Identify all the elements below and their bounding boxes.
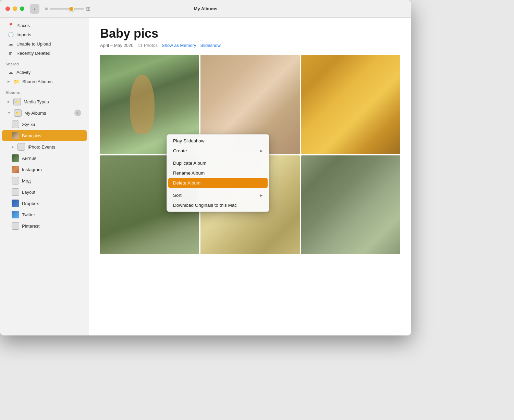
- chevron-iphoto-icon: ▶: [12, 145, 14, 149]
- shared-albums-icon: 📁: [13, 79, 20, 84]
- trash-icon: 🗑: [8, 50, 14, 56]
- sidebar-item-layout[interactable]: Layout: [2, 187, 87, 198]
- content-area: Baby pics April – May 2020 11 Photos Sho…: [89, 18, 411, 335]
- titlebar: ‹ ⊞ ⊞ My Albums: [0, 0, 411, 18]
- sidebar-label-iphoto-events: iPhoto Events: [28, 144, 55, 150]
- sidebar-label-dropbox: Dropbox: [22, 201, 39, 206]
- sidebar-item-instagram[interactable]: Instagram: [2, 164, 87, 175]
- slideshow-link[interactable]: Slideshow: [200, 43, 221, 48]
- context-rename-album[interactable]: Rename Album: [168, 168, 268, 178]
- sidebar-label-baby-pics: Baby pics: [22, 133, 41, 138]
- back-button[interactable]: ‹: [30, 4, 39, 14]
- sidebar-label-shared-albums: Shared Albums: [22, 79, 52, 84]
- sidebar-item-imports[interactable]: 🕐 Imports: [2, 30, 87, 39]
- context-create-label: Create: [173, 148, 187, 153]
- chevron-right-media-icon: ▶: [8, 100, 10, 103]
- sidebar-item-unable-to-upload[interactable]: ☁ Unable to Upload: [2, 39, 87, 48]
- context-play-slideshow[interactable]: Play Slideshow: [168, 136, 268, 146]
- sidebar-label-instagram: Instagram: [22, 167, 42, 172]
- sidebar-label-my-albums: My Albums: [24, 111, 46, 116]
- sidebar-label-england: Англия: [22, 156, 36, 161]
- app-body: 📍 Places 🕐 Imports ☁ Unable to Upload 🗑 …: [0, 18, 411, 335]
- layout-thumb: [12, 188, 19, 196]
- sidebar-item-iphoto-events[interactable]: ▶ iPhoto Events: [2, 141, 87, 152]
- show-as-memory-link[interactable]: Show as Memory: [162, 43, 196, 48]
- context-delete-label: Delete Album: [173, 180, 200, 186]
- zhuchki-thumb: [12, 120, 19, 128]
- zoom-slider-thumb[interactable]: [69, 6, 74, 12]
- zoom-slider[interactable]: [50, 8, 84, 10]
- chevron-down-my-albums-icon: ▼: [8, 111, 11, 115]
- sidebar-label-layout: Layout: [22, 190, 35, 195]
- sidebar-item-zhuchki[interactable]: Жучки: [2, 119, 87, 130]
- places-icon: 📍: [8, 23, 14, 28]
- sidebar-label-places: Places: [16, 23, 30, 28]
- photo-3[interactable]: [301, 55, 400, 154]
- add-album-button[interactable]: +: [74, 110, 81, 116]
- photo-count: 11 Photos: [138, 43, 158, 48]
- context-play-slideshow-label: Play Slideshow: [173, 138, 205, 143]
- iphoto-events-thumb: [17, 143, 25, 151]
- mod-thumb: [12, 177, 19, 184]
- sidebar-label-activity: Activity: [16, 70, 30, 75]
- sidebar-label-mod: Мод: [22, 178, 31, 183]
- sidebar-item-activity[interactable]: ☁ Activity: [2, 68, 87, 77]
- sidebar-item-dropbox[interactable]: Dropbox: [2, 198, 87, 209]
- imports-icon: 🕐: [8, 32, 14, 37]
- twitter-thumb: [12, 211, 19, 218]
- sidebar-item-places[interactable]: 📍 Places: [2, 21, 87, 30]
- fullscreen-button[interactable]: [20, 7, 24, 11]
- sidebar-label-pinterest: Pinterest: [22, 224, 39, 229]
- sidebar-label-media-types: Media Types: [24, 99, 49, 104]
- context-download-label: Download Originals to this Mac: [173, 203, 237, 208]
- sidebar: 📍 Places 🕐 Imports ☁ Unable to Upload 🗑 …: [0, 18, 89, 335]
- sidebar-item-recently-deleted[interactable]: 🗑 Recently Deleted: [2, 49, 87, 58]
- sidebar-item-twitter[interactable]: Twitter: [2, 209, 87, 220]
- content-meta: April – May 2020 11 Photos Show as Memor…: [100, 43, 400, 48]
- cloud-icon: ☁: [8, 41, 14, 47]
- minimize-button[interactable]: [13, 7, 17, 11]
- sidebar-item-pinterest[interactable]: Pinterest: [2, 220, 87, 231]
- my-albums-thumb: 📁: [14, 109, 22, 117]
- sidebar-label-zhuchki: Жучки: [22, 122, 35, 127]
- albums-section-label: Albums: [0, 86, 89, 96]
- sidebar-item-england[interactable]: Англия: [2, 153, 87, 164]
- context-duplicate-label: Duplicate Album: [173, 161, 207, 166]
- media-types-thumb: 📁: [13, 98, 21, 105]
- context-delete-album[interactable]: Delete Album: [168, 178, 268, 188]
- sidebar-label-recently-deleted: Recently Deleted: [16, 51, 50, 56]
- album-title: Baby pics: [100, 26, 400, 41]
- instagram-thumb: [12, 166, 19, 173]
- window-title: My Albums: [194, 6, 218, 11]
- photo-6[interactable]: [301, 155, 400, 254]
- england-thumb: [12, 154, 19, 162]
- context-create[interactable]: Create ▶: [168, 146, 268, 156]
- dropbox-thumb: [12, 200, 19, 207]
- sidebar-label-unable-to-upload: Unable to Upload: [16, 41, 51, 47]
- content-header: Baby pics April – May 2020 11 Photos Sho…: [89, 18, 411, 52]
- context-duplicate-album[interactable]: Duplicate Album: [168, 158, 268, 168]
- sidebar-item-mod[interactable]: Мод: [2, 175, 87, 186]
- sidebar-item-baby-pics[interactable]: Baby pics: [2, 130, 87, 141]
- zoom-out-icon: ⊞: [45, 7, 48, 11]
- shared-section-label: Shared: [0, 58, 89, 67]
- traffic-lights: [5, 7, 24, 11]
- context-menu: Play Slideshow Create ▶ Duplicate Album …: [167, 134, 269, 212]
- close-button[interactable]: [5, 7, 10, 11]
- context-download-originals[interactable]: Download Originals to this Mac: [168, 200, 268, 210]
- sidebar-label-twitter: Twitter: [22, 212, 35, 217]
- context-sort-label: Sort: [173, 193, 182, 198]
- activity-icon: ☁: [8, 69, 14, 75]
- context-rename-label: Rename Album: [173, 170, 205, 176]
- zoom-slider-area: ⊞ ⊞: [45, 5, 90, 12]
- baby-pics-thumb: [12, 132, 19, 139]
- sidebar-item-my-albums[interactable]: ▼ 📁 My Albums +: [2, 107, 87, 118]
- date-range: April – May 2020: [100, 43, 134, 48]
- context-sort[interactable]: Sort ▶: [168, 190, 268, 200]
- pinterest-thumb: [12, 222, 19, 230]
- context-separator-2: [168, 189, 268, 189]
- sidebar-item-shared-albums[interactable]: ▶ 📁 Shared Albums: [2, 77, 87, 86]
- sidebar-item-media-types[interactable]: ▶ 📁 Media Types: [2, 96, 87, 107]
- create-arrow-icon: ▶: [260, 149, 263, 153]
- sort-arrow-icon: ▶: [260, 193, 263, 197]
